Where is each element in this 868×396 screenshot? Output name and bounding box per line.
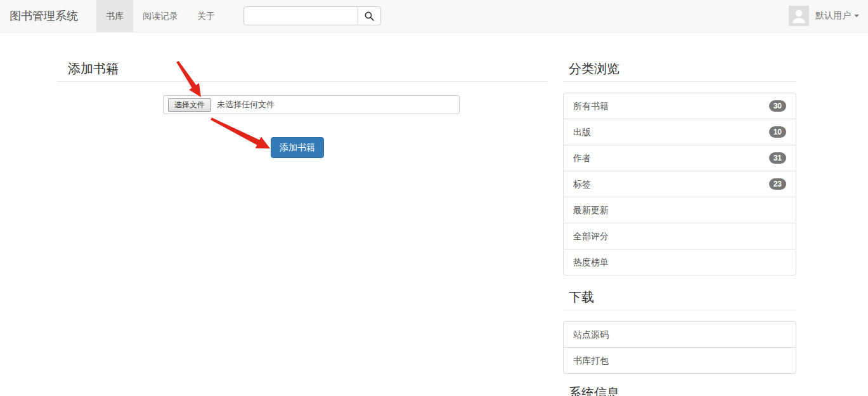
count-badge: 31: [769, 152, 786, 164]
sidebar: 分类浏览 所有书籍 30 出版 10 作者 31 标签 23 最新更新 全部评分…: [563, 32, 796, 396]
navbar: 图书管理系统 书库 阅读记录 关于 默认用户: [0, 0, 868, 32]
sidebar-item-publishers[interactable]: 出版 10: [564, 119, 796, 145]
person-icon: [789, 6, 809, 26]
count-badge: 10: [769, 126, 786, 138]
search-input[interactable]: [243, 6, 358, 25]
sidebar-section-title-browse: 分类浏览: [563, 62, 796, 82]
list-item-label: 标签: [573, 178, 591, 190]
user-name: 默认用户: [815, 10, 851, 22]
list-item-label: 站点源码: [573, 328, 609, 341]
sidebar-item-popularity-rank[interactable]: 热度榜单: [564, 249, 796, 275]
sidebar-item-all-ratings[interactable]: 全部评分: [564, 223, 796, 249]
sidebar-section-title-download: 下载: [563, 291, 796, 310]
search-button[interactable]: [358, 6, 381, 25]
list-item-label: 出版: [573, 126, 591, 138]
list-item-label: 全部评分: [573, 230, 609, 242]
nav-item-reading-history[interactable]: 阅读记录: [133, 0, 188, 32]
main-content: 添加书籍 选择文件 未选择任何文件 添加书籍: [57, 32, 547, 158]
list-item-label: 所有书籍: [573, 100, 609, 112]
sidebar-item-site-source[interactable]: 站点源码: [564, 322, 796, 347]
sidebar-item-latest-updates[interactable]: 最新更新: [564, 197, 796, 223]
sidebar-section-title-system-info: 系统信息: [563, 386, 796, 396]
page-title: 添加书籍: [57, 62, 547, 82]
list-item-label: 最新更新: [573, 204, 609, 216]
search-form: [243, 0, 381, 32]
chevron-down-icon: [854, 15, 859, 17]
search-icon: [364, 11, 375, 22]
sidebar-item-tags[interactable]: 标签 23: [564, 171, 796, 197]
file-input[interactable]: 选择文件 未选择任何文件: [163, 95, 460, 114]
list-item-label: 热度榜单: [573, 256, 609, 268]
sidebar-item-all-books[interactable]: 所有书籍 30: [564, 93, 796, 119]
count-badge: 30: [769, 100, 786, 112]
list-item-label: 作者: [573, 152, 591, 164]
file-status-text: 未选择任何文件: [217, 99, 275, 110]
choose-file-button[interactable]: 选择文件: [168, 98, 211, 112]
nav-item-library[interactable]: 书库: [96, 0, 133, 32]
download-list: 站点源码 书库打包: [563, 321, 796, 374]
sidebar-item-library-package[interactable]: 书库打包: [564, 347, 796, 373]
avatar: [789, 6, 809, 26]
count-badge: 23: [769, 178, 786, 190]
add-book-button[interactable]: 添加书籍: [271, 137, 324, 158]
list-item-label: 书库打包: [573, 354, 609, 367]
sidebar-item-authors[interactable]: 作者 31: [564, 145, 796, 171]
main-nav: 书库 阅读记录 关于: [96, 0, 224, 32]
nav-item-about[interactable]: 关于: [188, 0, 224, 32]
brand-title[interactable]: 图书管理系统: [0, 0, 87, 32]
category-list: 所有书籍 30 出版 10 作者 31 标签 23 最新更新 全部评分 热度榜单: [563, 93, 796, 275]
user-dropdown-toggle[interactable]: 默认用户: [789, 0, 868, 32]
